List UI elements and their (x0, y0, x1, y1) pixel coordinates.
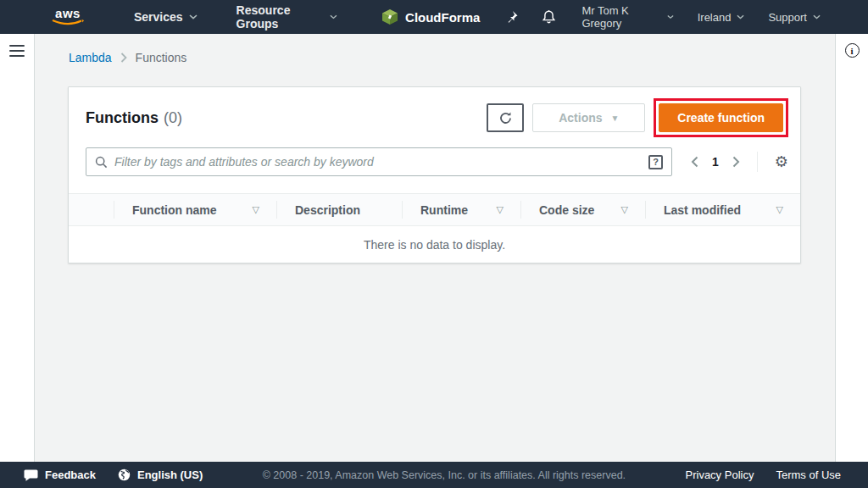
next-page-icon[interactable] (732, 156, 740, 168)
refresh-icon (498, 111, 513, 125)
breadcrumb-current: Functions (136, 51, 187, 64)
functions-panel: Functions (0) Actions ▼ Create function (68, 86, 801, 263)
chevron-down-icon (189, 14, 198, 19)
pin-icon[interactable] (505, 10, 518, 24)
column-header-last-modified[interactable]: Last modified ▽ (645, 194, 800, 225)
functions-count: (0) (164, 109, 182, 127)
column-header-code-size[interactable]: Code size ▽ (520, 194, 645, 225)
filter-help-icon[interactable]: ? (648, 155, 663, 169)
footer-links: Privacy Policy Terms of Use (686, 469, 842, 481)
sort-icon[interactable]: ▽ (621, 204, 628, 215)
copyright-text: © 2008 - 2019, Amazon Web Services, Inc.… (203, 469, 685, 481)
highlight-box: Create function (654, 98, 788, 137)
aws-logo-text: aws (55, 8, 81, 19)
info-icon[interactable]: i (845, 43, 860, 58)
nav-resource-groups[interactable]: Resource Groups (236, 3, 337, 30)
cloudformation-cube-icon (381, 8, 398, 25)
chevron-down-icon (813, 14, 821, 19)
current-page-number: 1 (712, 155, 719, 169)
terms-of-use-link[interactable]: Terms of Use (776, 469, 841, 481)
page-title: Functions (86, 109, 159, 127)
breadcrumb: Lambda Functions (35, 34, 835, 64)
privacy-policy-link[interactable]: Privacy Policy (686, 469, 754, 481)
panel-header: Functions (0) Actions ▼ Create function (69, 87, 800, 146)
globe-icon (118, 469, 131, 481)
previous-page-icon[interactable] (691, 156, 698, 168)
sort-icon[interactable]: ▽ (776, 204, 783, 215)
column-header-runtime[interactable]: Runtime ▽ (402, 194, 520, 225)
filter-row: ? 1 ⚙ (69, 146, 800, 193)
header-actions: Actions ▼ Create function (487, 98, 788, 137)
aws-logo[interactable]: aws (51, 8, 85, 26)
top-navigation-bar: aws Services Resource Groups CloudForma (0, 0, 868, 34)
sort-icon[interactable]: ▽ (497, 204, 504, 215)
nav-support-menu[interactable]: Support (768, 11, 821, 24)
breadcrumb-chevron-icon (120, 53, 127, 63)
language-selector[interactable]: English (US) (118, 469, 203, 481)
feedback-button[interactable]: Feedback (24, 469, 96, 481)
nav-services[interactable]: Services (134, 10, 198, 24)
chevron-down-icon (330, 14, 337, 19)
aws-smile-icon (51, 19, 85, 26)
chevron-down-icon (667, 14, 674, 19)
table-header-row: Function name ▽ Description Runtime ▽ Co… (69, 193, 800, 226)
refresh-button[interactable] (487, 103, 524, 132)
filter-input[interactable] (114, 155, 648, 169)
sort-icon[interactable]: ▽ (253, 204, 259, 215)
collapsed-help-panel: i (835, 34, 868, 462)
select-all-cell (69, 194, 114, 225)
nav-cloudforma-shortcut[interactable]: CloudForma (381, 8, 480, 25)
speech-bubble-icon (24, 469, 38, 481)
pagination: 1 ⚙ (691, 152, 788, 172)
notifications-bell-icon[interactable] (542, 9, 556, 25)
search-icon (95, 156, 108, 169)
nav-region-menu[interactable]: Ireland (698, 11, 745, 24)
column-header-function-name[interactable]: Function name ▽ (114, 194, 276, 225)
chevron-down-icon (737, 14, 744, 19)
settings-gear-icon[interactable]: ⚙ (775, 154, 788, 169)
breadcrumb-lambda-link[interactable]: Lambda (69, 51, 112, 64)
column-header-description[interactable]: Description (276, 194, 402, 225)
nav-account-menu[interactable]: Mr Tom K Gregory (581, 4, 673, 30)
hamburger-menu-icon[interactable] (9, 45, 25, 57)
collapsed-side-navigation (0, 34, 35, 462)
create-function-button[interactable]: Create function (659, 103, 783, 132)
empty-table-message: There is no data to display. (69, 226, 800, 263)
divider (757, 152, 758, 172)
actions-button[interactable]: Actions ▼ (532, 103, 645, 132)
filter-box: ? (86, 147, 672, 176)
caret-down-icon: ▼ (611, 114, 620, 123)
footer-left: Feedback English (US) (24, 469, 203, 481)
footer-bar: Feedback English (US) © 2008 - 2019, Ama… (0, 462, 868, 488)
main-content: Lambda Functions Functions (0) Actions ▼ (35, 34, 835, 462)
